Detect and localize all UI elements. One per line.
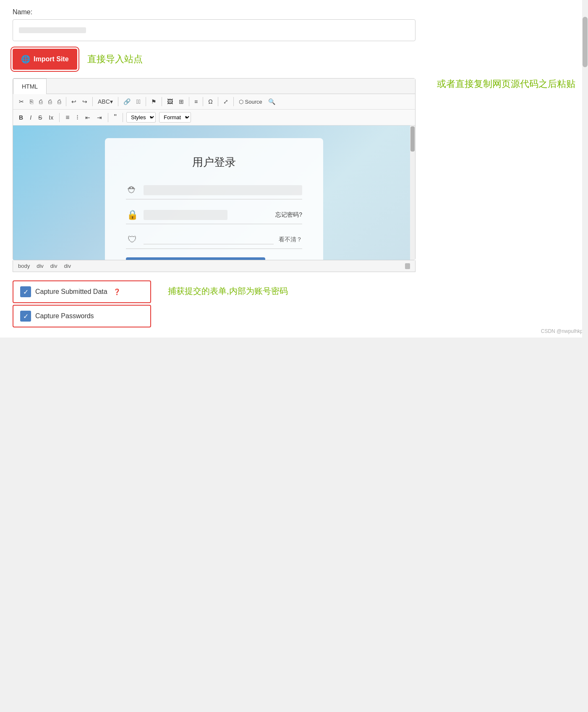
breadcrumb-div-1[interactable]: div	[37, 263, 44, 269]
toolbar-ol-btn[interactable]: ≡	[63, 112, 72, 123]
toolbar-divider-6	[189, 97, 189, 106]
toolbar-divider-11	[108, 113, 108, 122]
csdn-watermark: CSDN @nwpulhkp	[541, 328, 583, 334]
shield-check-icon: 🛡	[126, 234, 139, 245]
toolbar-source[interactable]: ⬡ Source	[236, 97, 265, 107]
toolbar-divider-3	[118, 97, 118, 106]
editor-scroll-area[interactable]: 用户登录 ⛑ 🔒 忘记密码?	[13, 126, 415, 260]
breadcrumb-div-2[interactable]: div	[50, 263, 57, 269]
format-dropdown[interactable]: Format	[159, 112, 191, 123]
toolbar-divider-5	[162, 97, 162, 106]
html-editor: HTML ✂ ⎘ ⎙ ⎙ ⎙ ↩ ↪ ABC▾ 🔗 🔗⃠ ⚑ 🖼 ⊞ ≡ Ω	[13, 78, 416, 260]
page-scrollbar[interactable]	[582, 0, 588, 712]
editor-tab-bar: HTML	[13, 79, 415, 94]
toolbar-strikethrough-btn[interactable]: S	[36, 113, 44, 123]
toolbar-divider-13	[155, 113, 156, 122]
toolbar-link[interactable]: 🔗	[121, 97, 133, 107]
login-username-field: ⛑	[126, 185, 302, 199]
login-captcha-field: 🛡 看不清？	[126, 234, 302, 249]
toolbar-paste-word[interactable]: ⎙	[55, 97, 63, 107]
toolbar-find[interactable]: 🔍	[266, 97, 278, 107]
capture-submitted-label: Capture Submitted Data	[35, 288, 107, 296]
login-card: 用户登录 ⛑ 🔒 忘记密码?	[105, 138, 323, 260]
toolbar-ul-btn[interactable]: ⁝	[74, 112, 81, 123]
name-input-field[interactable]	[13, 19, 416, 41]
toolbar-maximize[interactable]: ⤢	[221, 97, 231, 107]
capture-options: ✓ Capture Submitted Data ❓ ✓ Capture Pas…	[13, 280, 151, 329]
toolbar-divider-2	[92, 97, 93, 106]
capture-passwords-row[interactable]: ✓ Capture Passwords	[13, 305, 151, 327]
toolbar-unlink[interactable]: 🔗⃠	[134, 97, 143, 107]
toolbar-divider-4	[146, 97, 146, 106]
editor-scrollbar-thumb	[410, 126, 415, 152]
source-icon: ⬡	[239, 99, 243, 105]
toolbar-undo[interactable]: ↩	[69, 97, 79, 107]
toolbar-blockquote-btn[interactable]: "	[112, 111, 119, 123]
capture-passwords-checkbox[interactable]: ✓	[20, 311, 31, 322]
toolbar-removeformat-btn[interactable]: Ix	[46, 113, 56, 123]
username-input-mock	[144, 185, 302, 195]
annotation-capture: 捕获提交的表单,内部为账号密码	[168, 285, 288, 297]
tab-html[interactable]: HTML	[13, 79, 47, 94]
toolbar-divider-10	[59, 113, 60, 122]
capture-passwords-label: Capture Passwords	[35, 312, 94, 320]
styles-dropdown[interactable]: Styles	[126, 112, 156, 123]
toolbar-divider-8	[218, 97, 218, 106]
editor-scrollbar[interactable]	[410, 126, 415, 260]
captcha-hint: 看不清？	[279, 236, 302, 243]
import-site-label: Import Site	[34, 55, 69, 63]
toolbar-redo[interactable]: ↪	[80, 97, 90, 107]
toolbar-bold-btn[interactable]: B	[16, 113, 26, 123]
annotation-paste: 或者直接复制网页源代码之后粘贴	[437, 78, 575, 90]
toolbar-italic-btn[interactable]: I	[27, 113, 34, 123]
toolbar-row2: B I S Ix ≡ ⁝ ⇤ ⇥ " Styles ▾ Format ▾	[13, 110, 415, 126]
capture-submitted-row[interactable]: ✓ Capture Submitted Data ❓	[13, 280, 151, 303]
globe-icon: 🌐	[21, 55, 30, 64]
name-input-blur	[19, 27, 86, 33]
toolbar-divider-7	[203, 97, 203, 106]
toolbar-indent-btn[interactable]: ⇥	[94, 113, 105, 123]
page-scrollbar-thumb	[583, 17, 588, 67]
breadcrumb-scrollbar	[405, 263, 410, 269]
password-input-mock	[144, 210, 227, 220]
capture-submitted-help-icon[interactable]: ❓	[113, 288, 120, 295]
breadcrumb-body[interactable]: body	[18, 263, 30, 269]
toolbar-image[interactable]: 🖼	[165, 97, 175, 107]
import-site-button[interactable]: 🌐 Import Site	[13, 49, 77, 70]
login-title: 用户登录	[126, 155, 302, 170]
toolbar-row1: ✂ ⎘ ⎙ ⎙ ⎙ ↩ ↪ ABC▾ 🔗 🔗⃠ ⚑ 🖼 ⊞ ≡ Ω ⤢	[13, 94, 415, 110]
toolbar-divider-9	[233, 97, 234, 106]
login-button-row: 登 录 记住我	[126, 257, 302, 260]
lock-icon: 🔒	[126, 209, 139, 220]
check-icon-1: ✓	[23, 288, 29, 296]
toolbar-outdent-btn[interactable]: ⇤	[83, 113, 93, 123]
capture-submitted-checkbox[interactable]: ✓	[20, 286, 31, 297]
toolbar-paste-text[interactable]: ⎙	[46, 97, 54, 107]
breadcrumb-bar: body div div div	[13, 260, 416, 272]
toolbar-table[interactable]: ⊞	[176, 97, 186, 107]
toolbar-paste[interactable]: ⎙	[37, 97, 45, 107]
name-label: Name:	[13, 8, 575, 16]
toolbar-align[interactable]: ≡	[192, 97, 200, 107]
login-password-field: 🔒 忘记密码?	[126, 209, 302, 224]
toolbar-anchor[interactable]: ⚑	[149, 97, 159, 107]
annotation-import: 直接导入站点	[87, 53, 143, 65]
check-icon-2: ✓	[23, 312, 29, 320]
breadcrumb-div-3[interactable]: div	[64, 263, 71, 269]
toolbar-special-char[interactable]: Ω	[206, 97, 215, 107]
toolbar-cut[interactable]: ✂	[16, 97, 26, 107]
toolbar-copy[interactable]: ⎘	[27, 97, 36, 107]
toolbar-divider-12	[123, 113, 123, 122]
toolbar-spellcheck[interactable]: ABC▾	[95, 97, 115, 107]
login-preview: 用户登录 ⛑ 🔒 忘记密码?	[13, 126, 415, 260]
forgot-password-link[interactable]: 忘记密码?	[275, 211, 302, 219]
login-button[interactable]: 登 录	[126, 257, 265, 260]
editor-content-area[interactable]: 用户登录 ⛑ 🔒 忘记密码?	[13, 126, 415, 260]
user-icon: ⛑	[126, 185, 139, 196]
bottom-section: ✓ Capture Submitted Data ❓ ✓ Capture Pas…	[13, 280, 575, 329]
toolbar-divider-1	[66, 97, 66, 106]
